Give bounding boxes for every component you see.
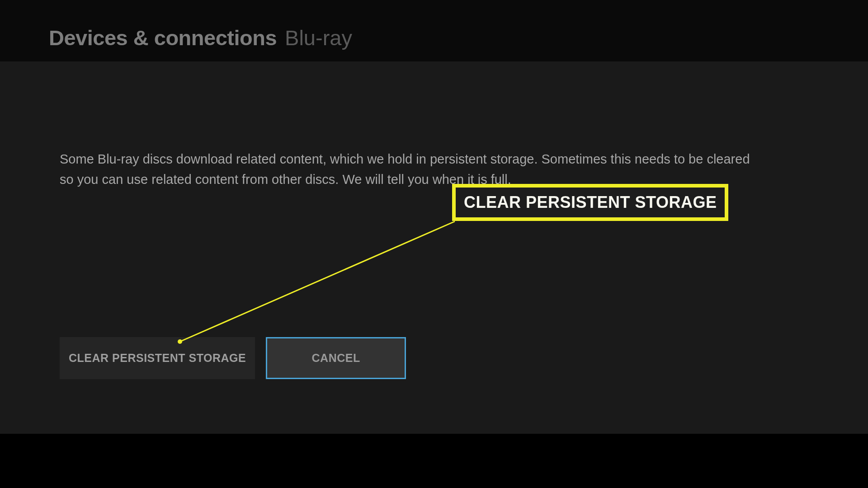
content-panel: Some Blu-ray discs download related cont… <box>0 61 868 434</box>
header-bar: Devices & connections Blu-ray <box>0 0 868 61</box>
cancel-button[interactable]: CANCEL <box>266 337 406 379</box>
clear-persistent-storage-button[interactable]: CLEAR PERSISTENT STORAGE <box>60 337 255 379</box>
annotation-callout: CLEAR PERSISTENT STORAGE <box>452 184 728 221</box>
header-sub-title: Blu-ray <box>285 25 352 50</box>
header-main-title: Devices & connections <box>49 25 277 50</box>
cancel-button-label: CANCEL <box>312 352 360 365</box>
page-title: Devices & connections Blu-ray <box>49 25 868 50</box>
bottom-bar <box>0 434 868 488</box>
annotation-callout-label: CLEAR PERSISTENT STORAGE <box>464 193 717 211</box>
button-row: CLEAR PERSISTENT STORAGE CANCEL <box>60 337 406 379</box>
clear-button-label: CLEAR PERSISTENT STORAGE <box>69 352 246 365</box>
